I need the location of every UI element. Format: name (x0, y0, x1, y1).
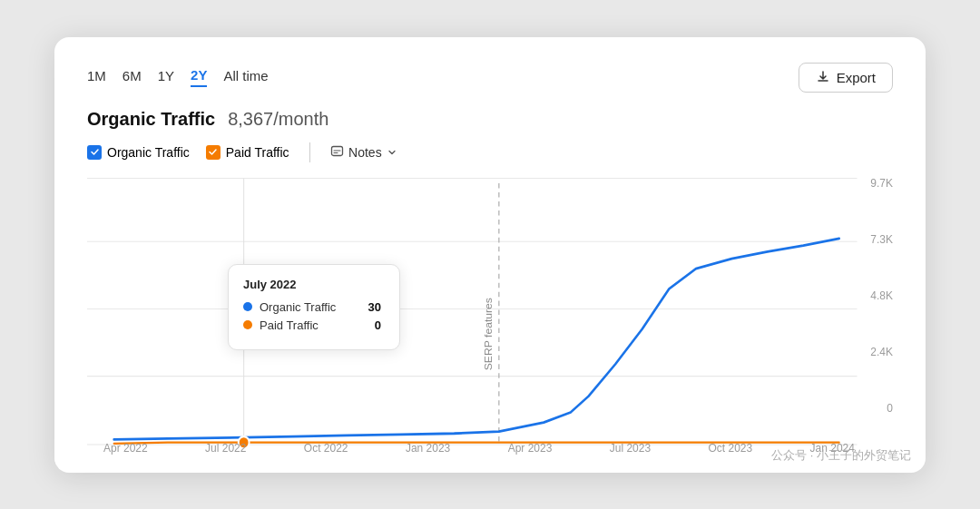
checkmark-icon (90, 147, 100, 157)
tooltip: July 2022 Organic Traffic 30 Paid Traffi… (228, 264, 400, 350)
tooltip-label-organic: Organic Traffic (260, 300, 361, 314)
tooltip-val-organic: 30 (368, 300, 381, 314)
organic-traffic-label: Organic Traffic (107, 145, 190, 160)
tooltip-row-paid: Paid Traffic 0 (243, 318, 381, 332)
x-label-oct2022: Oct 2022 (304, 442, 348, 455)
time-filters: 1M 6M 1Y 2Y All time (87, 67, 269, 87)
legend-paid-traffic[interactable]: Paid Traffic (206, 145, 289, 160)
x-label-jan2024: Jan 2024 (810, 442, 855, 455)
metric-title: Organic Traffic (87, 109, 215, 130)
chart-svg: SERP features (87, 173, 893, 455)
notes-label: Notes (348, 145, 382, 160)
paid-traffic-checkbox[interactable] (206, 145, 220, 160)
y-label-5k: 4.8K (858, 289, 893, 302)
y-label-7k: 7.3K (858, 233, 893, 246)
paid-traffic-label: Paid Traffic (226, 145, 289, 160)
x-label-apr2022: Apr 2022 (103, 442, 148, 455)
chevron-down-icon (387, 147, 397, 158)
export-button[interactable]: Export (799, 63, 893, 93)
svg-text:SERP features: SERP features (484, 297, 494, 369)
metric-row: Organic Traffic 8,367/month (87, 109, 893, 130)
checkmark-icon-2 (208, 147, 218, 157)
notes-icon (330, 145, 344, 159)
y-label-0: 0 (858, 402, 893, 415)
metric-value: 8,367/month (228, 109, 328, 130)
legend-divider (309, 142, 311, 162)
legend-row: Organic Traffic Paid Traffic Notes (87, 142, 893, 162)
filter-all-time[interactable]: All time (223, 68, 268, 86)
filter-1m[interactable]: 1M (87, 68, 106, 86)
x-label-jul2023: Jul 2023 (610, 442, 651, 455)
tooltip-dot-paid (243, 320, 252, 329)
top-bar: 1M 6M 1Y 2Y All time Export (87, 63, 893, 93)
filter-1y[interactable]: 1Y (158, 68, 174, 86)
tooltip-val-paid: 0 (375, 318, 381, 332)
tooltip-label-paid: Paid Traffic (260, 318, 368, 332)
x-label-oct2023: Oct 2023 (709, 442, 753, 455)
organic-traffic-checkbox[interactable] (87, 145, 102, 160)
x-label-jul2022: Jul 2022 (205, 442, 246, 455)
tooltip-dot-organic (243, 302, 252, 311)
y-label-10k: 9.7K (858, 177, 893, 190)
y-axis-labels: 0 2.4K 4.8K 7.3K 9.7K (858, 173, 893, 418)
x-label-jan2023: Jan 2023 (406, 442, 450, 455)
tooltip-date: July 2022 (243, 278, 381, 291)
y-label-2k: 2.4K (858, 346, 893, 358)
filter-2y[interactable]: 2Y (191, 67, 207, 87)
filter-6m[interactable]: 6M (122, 68, 142, 86)
export-icon (816, 70, 830, 84)
x-axis-labels: Apr 2022 Jul 2022 Oct 2022 Jan 2023 Apr … (103, 442, 855, 455)
chart-area: SERP features 0 2.4K 4.8K 7.3K 9.7K Apr … (87, 173, 893, 455)
legend-organic-traffic[interactable]: Organic Traffic (87, 145, 190, 160)
notes-button[interactable]: Notes (330, 145, 397, 160)
x-label-apr2023: Apr 2023 (508, 442, 553, 455)
tooltip-row-organic: Organic Traffic 30 (243, 300, 381, 314)
main-card: 1M 6M 1Y 2Y All time Export Organic Traf… (54, 37, 926, 473)
